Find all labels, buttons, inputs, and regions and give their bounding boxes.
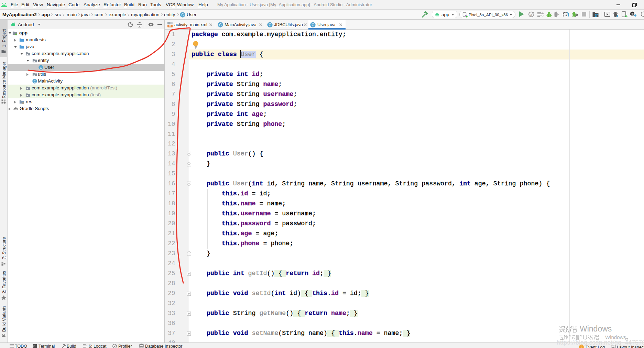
svg-text:A: A	[530, 13, 533, 17]
svg-text:<>: <>	[169, 25, 172, 27]
svg-text:C: C	[312, 23, 314, 27]
svg-text:C: C	[40, 66, 42, 69]
svg-text:C: C	[181, 13, 184, 17]
svg-text:C: C	[219, 23, 222, 27]
svg-text:C: C	[269, 23, 271, 27]
svg-text:C: C	[34, 80, 36, 83]
